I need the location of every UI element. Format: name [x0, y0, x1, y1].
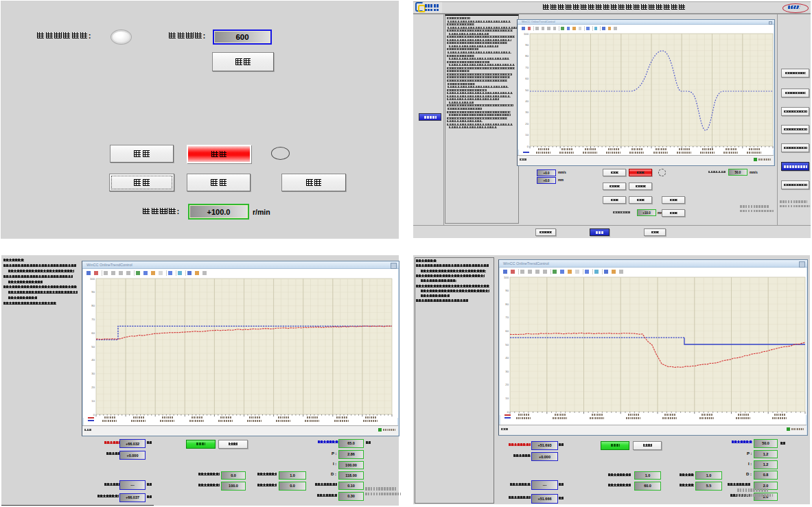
- svg-text:100: 100: [504, 276, 509, 279]
- svg-text:40: 40: [505, 356, 509, 359]
- svg-text:20: 20: [91, 386, 95, 389]
- svg-text:60: 60: [91, 331, 95, 335]
- svg-text:80: 80: [91, 304, 95, 307]
- svg-text:80: 80: [505, 303, 509, 306]
- svg-text:90: 90: [91, 290, 95, 294]
- svg-text:60: 60: [525, 77, 529, 80]
- svg-text:20: 20: [525, 122, 529, 126]
- svg-text:50: 50: [525, 89, 529, 92]
- svg-text:90: 90: [505, 289, 509, 292]
- svg-text:30: 30: [525, 110, 529, 114]
- svg-text:50: 50: [505, 343, 509, 346]
- svg-text:90: 90: [525, 43, 529, 47]
- svg-text:70: 70: [505, 316, 509, 319]
- svg-text:10: 10: [505, 397, 509, 400]
- svg-text:70: 70: [525, 66, 529, 69]
- svg-text:100: 100: [90, 277, 95, 281]
- svg-text:10: 10: [525, 133, 529, 137]
- svg-text:30: 30: [91, 372, 95, 375]
- svg-text:30: 30: [505, 370, 509, 373]
- svg-text:50: 50: [91, 345, 95, 349]
- svg-text:20: 20: [505, 383, 509, 386]
- svg-text:40: 40: [91, 358, 95, 362]
- svg-text:10: 10: [91, 399, 95, 403]
- svg-text:100: 100: [524, 32, 529, 36]
- svg-text:40: 40: [525, 99, 529, 103]
- svg-text:60: 60: [505, 329, 509, 333]
- svg-text:70: 70: [91, 318, 95, 321]
- svg-text:80: 80: [525, 54, 529, 58]
